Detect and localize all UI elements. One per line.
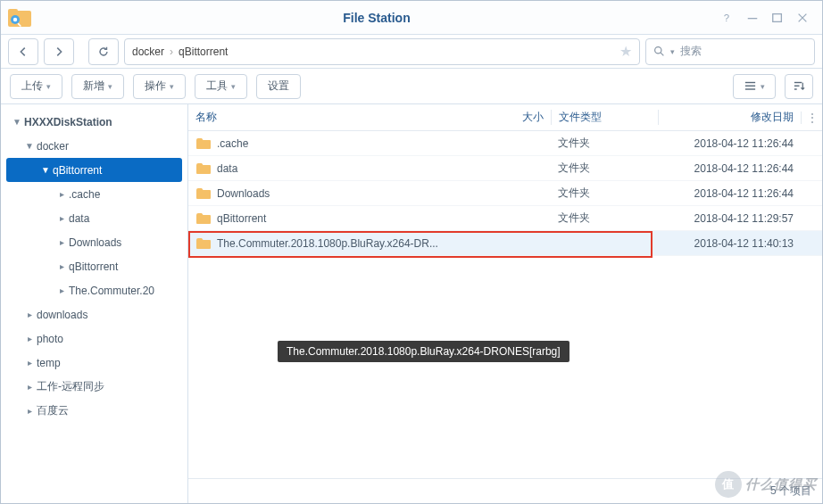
file-name: Downloads: [217, 187, 497, 200]
file-name: data: [217, 162, 497, 175]
column-headers: 名称 大小 文件类型 修改日期 ⋮: [188, 104, 822, 131]
svg-rect-7: [773, 13, 782, 21]
file-type: 文件夹: [551, 161, 658, 176]
file-row[interactable]: The.Commuter.2018.1080p.BluRay.x264-DR..…: [188, 231, 822, 256]
view-mode-button[interactable]: ▾: [733, 74, 776, 99]
sort-button[interactable]: [785, 74, 813, 99]
breadcrumb[interactable]: docker › qBittorrent ★: [124, 38, 640, 65]
breadcrumb-separator: ›: [170, 45, 173, 58]
tree-item[interactable]: ▸temp: [1, 351, 187, 375]
file-type: 文件夹: [551, 136, 658, 151]
svg-rect-14: [794, 86, 799, 87]
file-date: 2018-04-12 11:40:13: [658, 237, 801, 250]
file-name: .cache: [217, 137, 497, 150]
svg-line-9: [661, 53, 663, 55]
file-date: 2018-04-12 11:26:44: [658, 162, 801, 175]
tree-item[interactable]: ▸data: [1, 206, 187, 230]
tree-item[interactable]: ▸.cache: [1, 182, 187, 206]
tree-item[interactable]: ▼qBittorrent: [6, 158, 182, 182]
maximize-button[interactable]: [765, 6, 790, 29]
favorite-icon[interactable]: ★: [619, 43, 632, 60]
nav-bar: docker › qBittorrent ★ ▾ 搜索: [1, 35, 822, 69]
item-count: 5 个项目: [770, 483, 811, 499]
tree-root[interactable]: ▼HXXXDiskStation: [1, 110, 187, 134]
tools-button[interactable]: 工具▾: [195, 74, 247, 99]
file-row[interactable]: Downloads文件夹2018-04-12 11:26:44: [188, 181, 822, 206]
file-date: 2018-04-12 11:26:44: [658, 137, 801, 150]
file-date: 2018-04-12 11:26:44: [658, 187, 801, 200]
svg-text:?: ?: [724, 12, 729, 22]
tree-item[interactable]: ▸百度云: [1, 399, 187, 423]
svg-rect-15: [794, 88, 796, 89]
new-button[interactable]: 新增▾: [71, 74, 124, 99]
body: ▼HXXXDiskStation ▼docker▼qBittorrent▸.ca…: [1, 104, 822, 503]
col-name[interactable]: 名称: [195, 110, 497, 125]
file-name: The.Commuter.2018.1080p.BluRay.x264-DR..…: [217, 237, 497, 250]
svg-rect-6: [748, 18, 758, 19]
tree-item[interactable]: ▸qBittorrent: [1, 254, 187, 278]
tree-item[interactable]: ▸downloads: [1, 302, 187, 326]
svg-rect-1: [8, 9, 18, 14]
svg-point-8: [655, 47, 661, 54]
tree-item[interactable]: ▸工作-远程同步: [1, 375, 187, 399]
tree-item[interactable]: ▸photo: [1, 326, 187, 351]
search-icon: [653, 45, 665, 57]
list-view-icon: [744, 79, 757, 93]
search-input[interactable]: ▾ 搜索: [645, 38, 815, 65]
help-button[interactable]: ?: [715, 6, 740, 29]
back-button[interactable]: [8, 38, 38, 65]
folder-tree: ▼HXXXDiskStation ▼docker▼qBittorrent▸.ca…: [1, 104, 188, 503]
action-button[interactable]: 操作▾: [133, 74, 186, 99]
file-date: 2018-04-12 11:29:57: [658, 212, 801, 225]
search-chevron-icon: ▾: [670, 47, 675, 56]
forward-button[interactable]: [44, 38, 74, 65]
status-bar: 5 个项目: [188, 478, 822, 503]
breadcrumb-item[interactable]: docker: [132, 45, 164, 58]
svg-point-3: [13, 17, 17, 21]
svg-rect-10: [745, 82, 755, 83]
title-bar: File Station ?: [1, 1, 822, 35]
file-list: 名称 大小 文件类型 修改日期 ⋮ .cache文件夹2018-04-12 11…: [188, 104, 822, 503]
toolbar: 上传▾ 新增▾ 操作▾ 工具▾ 设置 ▾: [1, 69, 822, 104]
settings-button[interactable]: 设置: [256, 74, 301, 99]
close-button[interactable]: [790, 6, 815, 29]
file-row[interactable]: data文件夹2018-04-12 11:26:44: [188, 156, 822, 181]
window-title: File Station: [38, 11, 715, 25]
file-station-window: File Station ? docker › qBittorrent ★ ▾ …: [0, 0, 823, 504]
tree-item[interactable]: ▸Downloads: [1, 230, 187, 254]
refresh-button[interactable]: [88, 38, 119, 65]
app-icon: [8, 8, 31, 28]
upload-button[interactable]: 上传▾: [10, 74, 62, 99]
file-row[interactable]: qBittorrent文件夹2018-04-12 11:29:57: [188, 206, 822, 231]
col-date[interactable]: 修改日期: [658, 110, 801, 125]
col-more-icon[interactable]: ⋮: [801, 112, 822, 124]
svg-rect-11: [745, 86, 755, 87]
tree-item[interactable]: ▼docker: [1, 134, 187, 158]
file-type: 文件夹: [551, 186, 658, 201]
svg-rect-12: [745, 88, 755, 89]
svg-rect-13: [794, 82, 801, 83]
breadcrumb-item[interactable]: qBittorrent: [179, 45, 228, 58]
file-type: 文件夹: [551, 211, 658, 226]
col-size[interactable]: 大小: [497, 110, 551, 125]
tree-item[interactable]: ▸The.Commuter.20: [1, 278, 187, 302]
search-placeholder: 搜索: [680, 44, 702, 59]
col-type[interactable]: 文件类型: [551, 110, 658, 125]
file-row[interactable]: .cache文件夹2018-04-12 11:26:44: [188, 131, 822, 156]
minimize-button[interactable]: [740, 6, 765, 29]
sort-icon: [793, 79, 806, 93]
file-name: qBittorrent: [217, 212, 497, 225]
